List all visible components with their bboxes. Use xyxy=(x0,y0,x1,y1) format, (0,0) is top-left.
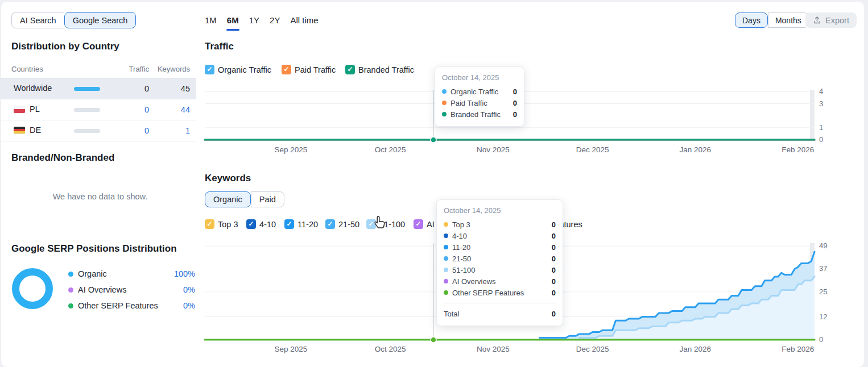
google-search-toggle-button[interactable]: Google Search xyxy=(64,12,137,28)
keywords-link[interactable]: 1 xyxy=(154,126,190,135)
checkbox-checked-icon[interactable] xyxy=(205,65,214,74)
x-axis-tick: Nov 2025 xyxy=(469,345,517,353)
tab-1m[interactable]: 1M xyxy=(205,15,217,28)
column-header-traffic: Traffic xyxy=(108,65,149,73)
x-axis-tick: Feb 2026 xyxy=(774,145,822,154)
tab-2y[interactable]: 2Y xyxy=(270,15,280,28)
other-serp-dot-icon xyxy=(68,303,73,308)
traffic-section-title: Traffic xyxy=(205,41,234,52)
tab-all-time[interactable]: All time xyxy=(290,15,318,28)
x-axis-tick: Nov 2025 xyxy=(469,145,517,154)
share-bar xyxy=(74,108,100,112)
days-toggle-button[interactable]: Days xyxy=(735,12,768,28)
legend-item-organic: Organic 100% xyxy=(68,267,195,281)
legend-item-ai-overviews: AI Overviews 0% xyxy=(68,283,195,297)
traffic-value: 0 xyxy=(108,84,149,93)
serp-distribution-title: Google SERP Positions Distribution xyxy=(11,243,177,255)
tooltip-total-row: Total 0 xyxy=(444,308,556,319)
other-serp-percent-link[interactable]: 0% xyxy=(183,301,195,310)
branded-section-title: Branded/Non-Branded xyxy=(11,152,114,164)
x-axis-tick: Sep 2025 xyxy=(267,145,315,154)
y-axis-tick: 3 xyxy=(819,99,823,108)
tooltip-row: Organic Traffic 0 xyxy=(442,86,517,97)
keywords-link[interactable]: 44 xyxy=(154,105,190,114)
ai-overviews-dot-icon xyxy=(444,279,448,283)
column-header-countries: Countries xyxy=(11,65,43,73)
x-axis-tick: Oct 2025 xyxy=(366,345,414,353)
y-axis-tick: 0 xyxy=(819,135,823,144)
organic-percent-link[interactable]: 100% xyxy=(174,269,195,278)
top3-dot-icon xyxy=(444,222,448,227)
granularity-toggle: Days Months xyxy=(735,12,809,28)
x-axis-tick: Jan 2026 xyxy=(671,145,719,154)
tooltip-date: October 14, 2025 xyxy=(442,73,517,82)
months-toggle-button[interactable]: Months xyxy=(768,12,809,28)
x-axis-tick: Dec 2025 xyxy=(569,345,617,353)
x-axis-tick: Jan 2026 xyxy=(671,345,719,353)
traffic-hover-tooltip: October 14, 2025 Organic Traffic 0 Paid … xyxy=(435,66,524,127)
keywords-hover-tooltip: October 14, 2025 Top 3 0 4-10 0 11-20 0 … xyxy=(436,199,563,326)
no-data-message: We have no data to show. xyxy=(0,192,200,201)
paid-traffic-checkbox[interactable]: Paid Traffic xyxy=(282,65,336,74)
column-header-keywords: Keywords xyxy=(154,65,190,73)
y-axis-tick: 12 xyxy=(819,312,827,321)
pos-4-10-dot-icon xyxy=(444,233,448,238)
export-button[interactable]: Export xyxy=(805,12,857,28)
share-bar-fill xyxy=(74,87,100,91)
tab-6m[interactable]: 6M xyxy=(227,15,239,28)
x-axis-tick: Oct 2025 xyxy=(366,145,414,154)
organic-keywords-button[interactable]: Organic xyxy=(205,191,251,207)
country-row-pl[interactable]: PL 0 44 xyxy=(0,99,196,120)
analytics-dashboard: AI Search Google Search Distribution by … xyxy=(0,0,868,367)
y-axis-tick: 49 xyxy=(819,241,827,250)
traffic-link[interactable]: 0 xyxy=(108,126,149,135)
tooltip-divider xyxy=(444,303,556,303)
tooltip-row: 21-50 0 xyxy=(444,253,556,264)
serp-donut-chart xyxy=(12,268,53,309)
mouse-pointer-cursor-icon xyxy=(373,215,387,231)
x-axis-tick: Sep 2025 xyxy=(267,345,315,353)
branded-traffic-checkbox[interactable]: Branded Traffic xyxy=(345,65,414,74)
organic-dot-icon xyxy=(68,272,73,277)
date-range-tabs: 1M 6M 1Y 2Y All time xyxy=(205,15,319,28)
pos-11-20-dot-icon xyxy=(444,245,448,249)
keywords-type-toggle: Organic Paid xyxy=(205,191,284,207)
y-axis-tick: 25 xyxy=(819,287,827,296)
export-icon xyxy=(813,16,821,24)
search-type-toggle: AI Search Google Search xyxy=(11,12,136,28)
legend-item-other-serp: Other SERP Features 0% xyxy=(68,299,195,312)
country-distribution-title: Distribution by Country xyxy=(11,41,119,52)
country-name: Worldwide xyxy=(14,84,52,93)
y-axis-tick: 0 xyxy=(819,335,823,344)
ai-overviews-percent-link[interactable]: 0% xyxy=(183,285,195,294)
y-axis-tick: 1 xyxy=(819,123,823,132)
poland-flag-icon xyxy=(14,106,25,113)
tab-1y[interactable]: 1Y xyxy=(249,15,259,28)
country-row-de[interactable]: DE 0 1 xyxy=(0,120,196,141)
organic-traffic-checkbox[interactable]: Organic Traffic xyxy=(205,65,271,74)
share-bar xyxy=(74,87,100,91)
share-bar xyxy=(74,129,100,133)
checkbox-checked-icon[interactable] xyxy=(345,65,355,74)
other-serp-dot-icon xyxy=(444,290,448,295)
pos-21-50-dot-icon xyxy=(444,256,448,261)
tooltip-date: October 14, 2025 xyxy=(444,206,556,215)
tooltip-row: Paid Traffic 0 xyxy=(442,97,517,109)
tooltip-row: 4-10 0 xyxy=(444,230,556,241)
organic-traffic-dot-icon xyxy=(442,89,447,94)
keywords-value: 45 xyxy=(154,84,190,93)
tooltip-row: 11-20 0 xyxy=(444,241,556,253)
country-name: DE xyxy=(30,126,41,135)
tooltip-row: Top 3 0 xyxy=(444,219,556,230)
tooltip-row: AI Overviews 0 xyxy=(444,276,556,287)
tooltip-row: Branded Traffic 0 xyxy=(442,109,517,120)
paid-keywords-button[interactable]: Paid xyxy=(251,191,284,207)
tooltip-row: 51-100 0 xyxy=(444,264,556,276)
country-row-worldwide[interactable]: Worldwide 0 45 xyxy=(0,78,196,99)
ai-search-toggle-button[interactable]: AI Search xyxy=(11,12,64,28)
x-axis-tick: Dec 2025 xyxy=(569,145,617,154)
traffic-link[interactable]: 0 xyxy=(108,105,149,114)
checkbox-checked-icon[interactable] xyxy=(282,65,291,74)
y-axis-tick: 37 xyxy=(819,264,827,273)
pos-51-100-dot-icon xyxy=(444,268,448,272)
